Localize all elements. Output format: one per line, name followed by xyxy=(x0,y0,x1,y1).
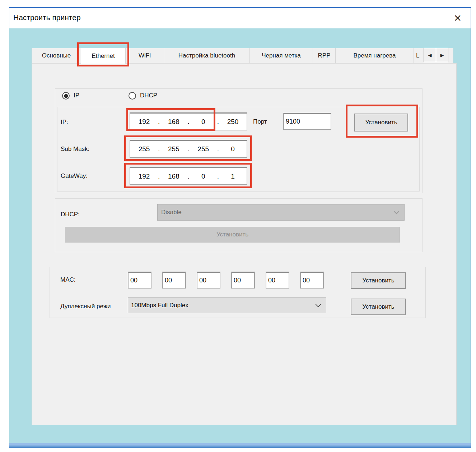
ip-octet: 192 xyxy=(130,118,158,126)
submask-input[interactable]: 255 . 255 . 255 . 0 xyxy=(130,140,247,158)
tab-label: Ethernet xyxy=(92,52,115,60)
tab-black-mark[interactable]: Черная метка xyxy=(249,48,313,63)
tab-label: RPP xyxy=(318,52,331,59)
button-label: Установить xyxy=(216,231,248,238)
tab-bar: Основные Ethernet WiFi Настройка bluetoo… xyxy=(32,48,453,64)
tab-label: WiFi xyxy=(139,52,151,59)
dialog-body: Основные Ethernet WiFi Настройка bluetoo… xyxy=(9,28,471,447)
mac-byte-input[interactable] xyxy=(231,272,255,289)
chevron-down-icon xyxy=(394,209,400,215)
mac-byte-input[interactable] xyxy=(128,272,151,289)
gateway-octet: 168 xyxy=(160,172,187,180)
tab-osnovnye[interactable]: Основные xyxy=(32,48,81,63)
window-bottom-bar xyxy=(9,443,471,447)
tab-rpp[interactable]: RPP xyxy=(313,48,336,63)
submask-octet: 255 xyxy=(130,145,158,153)
submask-label: Sub Mask: xyxy=(61,146,89,153)
submask-octet: 255 xyxy=(190,145,217,153)
tab-label: Черная метка xyxy=(262,52,301,59)
mac-byte-input[interactable] xyxy=(197,272,220,289)
close-icon[interactable]: ✕ xyxy=(451,12,464,25)
button-label: Установить xyxy=(365,119,397,126)
tab-label: Время нагрева xyxy=(353,52,396,59)
ip-octet: 250 xyxy=(219,118,247,126)
dhcp-mode-radio[interactable] xyxy=(129,92,136,100)
window-title: Настроить принтер xyxy=(13,13,81,22)
ip-octet: 168 xyxy=(160,118,187,126)
mac-byte-input[interactable] xyxy=(300,272,324,289)
radio-dot xyxy=(64,94,68,98)
gateway-label: GateWay: xyxy=(61,172,88,180)
gateway-octet: 192 xyxy=(130,172,158,180)
tab-scroller: ◀ ▶ xyxy=(424,48,448,62)
arrow-left-icon: ◀ xyxy=(428,52,432,58)
set-ip-button[interactable]: Установить xyxy=(354,114,408,132)
button-label: Установить xyxy=(362,277,394,284)
chevron-down-icon xyxy=(316,302,321,308)
tab-label: L xyxy=(416,52,419,59)
ip-address-input[interactable]: 192 . 168 . 0 . 250 xyxy=(130,112,247,130)
duplex-mode-select[interactable]: 100Mbps Full Duplex xyxy=(128,298,326,313)
submask-octet: 255 xyxy=(160,145,187,153)
ip-label: IP: xyxy=(61,119,68,126)
set-duplex-button[interactable]: Установить xyxy=(351,299,406,315)
mac-label: MAC: xyxy=(60,276,76,283)
tab-bluetooth-settings[interactable]: Настройка bluetooth xyxy=(164,48,250,63)
port-label: Порт xyxy=(253,118,267,125)
dhcp-selected-value: Disable xyxy=(161,209,182,216)
gateway-input[interactable]: 192 . 168 . 0 . 1 xyxy=(130,167,247,185)
gateway-octet: 1 xyxy=(219,172,247,180)
tab-label: Основные xyxy=(42,52,71,59)
dhcp-label: DHCP: xyxy=(61,211,80,218)
tab-wifi[interactable]: WiFi xyxy=(125,48,164,63)
tab-heating-time[interactable]: Время нагрева xyxy=(335,48,414,63)
duplex-mode-label: Дуплексный режи xyxy=(60,303,111,310)
set-dhcp-button: Установить xyxy=(65,227,400,243)
ethernet-tab-page: IP DHCP IP: 192 . 168 . 0 . 250 Порт Уст… xyxy=(32,63,457,425)
dhcp-select: Disable xyxy=(157,204,405,221)
titlebar: Настроить принтер ✕ xyxy=(9,8,471,28)
tab-scroll-left-button[interactable]: ◀ xyxy=(424,48,436,62)
port-input[interactable] xyxy=(283,113,331,130)
ip-mode-label[interactable]: IP xyxy=(74,92,79,99)
arrow-right-icon: ▶ xyxy=(440,52,444,58)
gateway-octet: 0 xyxy=(190,172,217,180)
tab-label: Настройка bluetooth xyxy=(178,52,235,59)
ip-octet: 0 xyxy=(190,118,217,126)
button-label: Установить xyxy=(362,303,394,310)
printer-settings-dialog: Настроить принтер ✕ Основные Ethernet Wi… xyxy=(9,7,471,448)
mac-byte-input[interactable] xyxy=(266,272,289,289)
tab-scroll-right-button[interactable]: ▶ xyxy=(436,48,448,62)
dhcp-mode-label[interactable]: DHCP xyxy=(140,92,157,99)
mac-byte-input[interactable] xyxy=(162,272,186,289)
duplex-selected-value: 100Mbps Full Duplex xyxy=(131,302,188,309)
set-mac-button[interactable]: Установить xyxy=(351,272,406,289)
ip-mode-radio[interactable] xyxy=(62,92,70,100)
submask-octet: 0 xyxy=(219,145,247,153)
tab-ethernet[interactable]: Ethernet xyxy=(81,48,126,64)
